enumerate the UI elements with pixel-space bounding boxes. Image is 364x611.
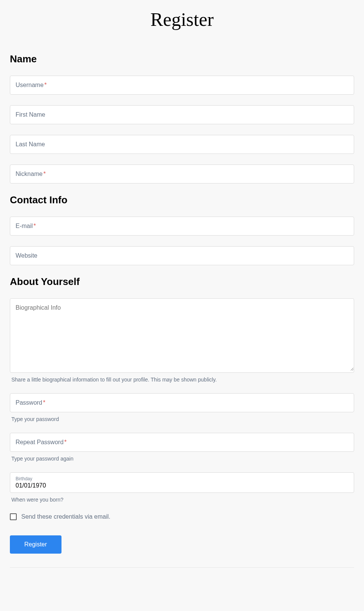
password-help-text: Type your password — [10, 416, 354, 422]
birthday-label: Birthday — [16, 476, 348, 481]
bio-textarea[interactable] — [10, 299, 354, 371]
section-heading-name: Name — [10, 53, 354, 65]
username-label: Username* — [16, 82, 47, 89]
nickname-input[interactable]: Nickname* — [10, 165, 354, 184]
repeat-password-help-text: Type your password again — [10, 456, 354, 462]
password-input[interactable]: Password* — [10, 393, 354, 412]
nickname-label: Nickname* — [16, 171, 46, 177]
email-input[interactable]: E-mail* — [10, 217, 354, 236]
username-input[interactable]: Username* — [10, 76, 354, 95]
password-label: Password* — [16, 399, 45, 406]
birthday-input[interactable]: Birthday 01/01/1970 — [10, 472, 354, 493]
section-heading-contact: Contact Info — [10, 194, 354, 206]
website-label: Website — [16, 252, 38, 259]
last-name-label: Last Name — [16, 141, 45, 148]
website-input[interactable]: Website — [10, 246, 354, 265]
section-heading-about: About Yourself — [10, 276, 354, 288]
repeat-password-input[interactable]: Repeat Password* — [10, 433, 354, 452]
repeat-password-label: Repeat Password* — [16, 439, 67, 446]
bio-input[interactable] — [10, 298, 354, 373]
email-label: E-mail* — [16, 223, 36, 230]
page-title: Register — [10, 0, 354, 49]
birthday-value: 01/01/1970 — [16, 482, 46, 489]
last-name-input[interactable]: Last Name — [10, 135, 354, 154]
send-credentials-checkbox[interactable] — [10, 513, 17, 520]
first-name-label: First Name — [16, 111, 45, 118]
register-button[interactable]: Register — [10, 535, 61, 554]
bio-help-text: Share a little biographical information … — [10, 377, 354, 383]
first-name-input[interactable]: First Name — [10, 105, 354, 124]
send-credentials-label: Send these credentials via email. — [21, 513, 110, 520]
birthday-help-text: When were you born? — [10, 497, 354, 503]
footer-divider — [10, 567, 354, 568]
